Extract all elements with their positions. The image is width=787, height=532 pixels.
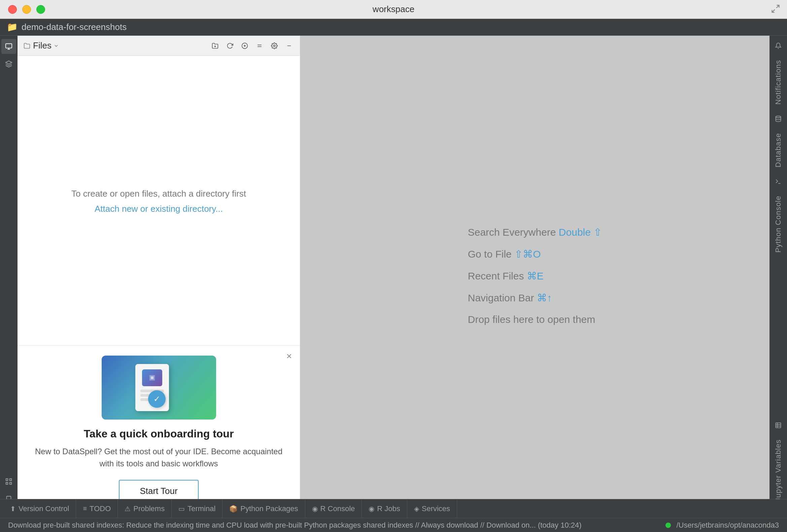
status-indicator <box>665 523 671 528</box>
sidebar-item-structure[interactable] <box>1 474 16 489</box>
file-explorer-empty: To create or open files, attach a direct… <box>18 56 300 345</box>
tab-terminal[interactable]: ▭ Terminal <box>172 499 222 518</box>
sidebar-item-learn[interactable] <box>1 57 16 71</box>
svg-point-10 <box>776 116 781 118</box>
refresh-button[interactable] <box>225 40 235 51</box>
title-bar: workspace <box>0 0 787 19</box>
terminal-icon: ▭ <box>178 505 185 513</box>
minimize-button[interactable] <box>22 5 31 14</box>
tab-todo-label: TODO <box>89 504 111 513</box>
attach-directory-link[interactable]: Attach new or existing directory... <box>94 204 223 214</box>
right-panel-notifications[interactable]: Notifications <box>770 55 786 110</box>
sidebar-item-workspace[interactable] <box>1 39 16 54</box>
jupyter-variables-icon[interactable] <box>771 419 785 432</box>
tab-services-label: Services <box>422 504 450 513</box>
status-bar: Download pre-built shared indexes: Reduc… <box>0 518 787 532</box>
tab-terminal-label: Terminal <box>188 504 215 513</box>
right-panel-python-console[interactable]: Python Console <box>770 190 786 258</box>
onboarding-close-button[interactable]: × <box>286 352 292 361</box>
tab-python-packages-label: Python Packages <box>240 504 298 513</box>
right-panel-jupyter-variables[interactable]: Jupyter Variables <box>770 434 786 507</box>
todo-icon: ≡ <box>83 505 87 512</box>
status-path-text: /Users/jetbrains/opt/anaconda3 <box>676 521 779 530</box>
tab-todo[interactable]: ≡ TODO <box>76 499 118 518</box>
hint-drop-files: Drop files here to open them <box>468 314 595 325</box>
onboarding-title: Take a quick onboarding tour <box>28 428 290 440</box>
close-sidebar-button[interactable] <box>284 40 295 51</box>
tab-version-control[interactable]: ⬆ Version Control <box>3 499 76 518</box>
tab-r-console[interactable]: ◉ R Console <box>305 499 362 518</box>
hint-goto-file: Go to File ⇧⌘O <box>468 248 541 260</box>
activity-bar <box>0 36 18 516</box>
breadcrumb-folder-name: demo-data-for-screenshots <box>22 22 127 32</box>
database-icon[interactable] <box>771 112 785 126</box>
version-control-icon: ⬆ <box>10 505 16 513</box>
tab-version-control-label: Version Control <box>19 504 69 513</box>
app-container: Files <box>0 36 787 516</box>
editor-area: Search Everywhere Double ⇧ Go to File ⇧⌘… <box>300 36 769 516</box>
editor-hints: Search Everywhere Double ⇧ Go to File ⇧⌘… <box>468 226 602 325</box>
tab-python-packages[interactable]: 📦 Python Packages <box>222 499 305 518</box>
bottom-tabs: ⬆ Version Control ≡ TODO ⚠ Problems ▭ Te… <box>0 499 787 518</box>
status-message: Download pre-built shared indexes: Reduc… <box>8 521 665 530</box>
files-toolbar: Files <box>18 36 300 56</box>
svg-rect-12 <box>776 423 781 428</box>
hint-search-everywhere: Search Everywhere Double ⇧ <box>468 226 602 238</box>
onboarding-logo-mock: ✓ <box>135 364 169 411</box>
problems-icon: ⚠ <box>125 505 131 513</box>
empty-message: To create or open files, attach a direct… <box>71 187 246 200</box>
new-folder-button[interactable] <box>210 40 220 51</box>
r-jobs-icon: ◉ <box>368 505 374 513</box>
tab-r-console-label: R Console <box>320 504 355 513</box>
settings-button[interactable] <box>269 40 280 51</box>
onboarding-image: ✓ <box>102 356 216 420</box>
notifications-icon[interactable] <box>771 39 785 52</box>
services-icon: ◈ <box>414 505 419 513</box>
tab-problems[interactable]: ⚠ Problems <box>118 499 172 518</box>
onboarding-card: × <box>18 345 300 516</box>
files-label: Files <box>23 40 59 51</box>
traffic-lights <box>8 5 45 14</box>
python-console-icon[interactable] <box>771 175 785 188</box>
hint-navigation-bar: Navigation Bar ⌘↑ <box>468 292 552 304</box>
tab-r-jobs-label: R Jobs <box>377 504 400 513</box>
folder-icon: 📁 <box>7 22 18 32</box>
onboarding-description: New to DataSpell? Get the most out of yo… <box>28 445 290 470</box>
status-path: /Users/jetbrains/opt/anaconda3 <box>665 521 779 530</box>
right-panel: Notifications Database Python Console Ju… <box>769 36 787 516</box>
svg-rect-0 <box>6 44 12 48</box>
python-packages-icon: 📦 <box>229 505 238 513</box>
right-panel-database[interactable]: Database <box>770 128 786 173</box>
add-root-button[interactable] <box>239 40 250 51</box>
title-bar-actions <box>771 4 780 15</box>
sidebar: Files <box>18 36 300 516</box>
status-message-text: Download pre-built shared indexes: Reduc… <box>8 521 582 530</box>
collapse-all-button[interactable] <box>254 40 265 51</box>
tab-r-jobs[interactable]: ◉ R Jobs <box>362 499 407 518</box>
hint-recent-files: Recent Files ⌘E <box>468 270 544 282</box>
close-button[interactable] <box>8 5 17 14</box>
maximize-button[interactable] <box>36 5 45 14</box>
breadcrumb: 📁 demo-data-for-screenshots <box>0 19 787 36</box>
tab-problems-label: Problems <box>133 504 165 513</box>
r-console-icon: ◉ <box>312 505 318 513</box>
window-title: workspace <box>373 4 414 15</box>
svg-point-8 <box>274 45 275 46</box>
tab-services[interactable]: ◈ Services <box>407 499 457 518</box>
